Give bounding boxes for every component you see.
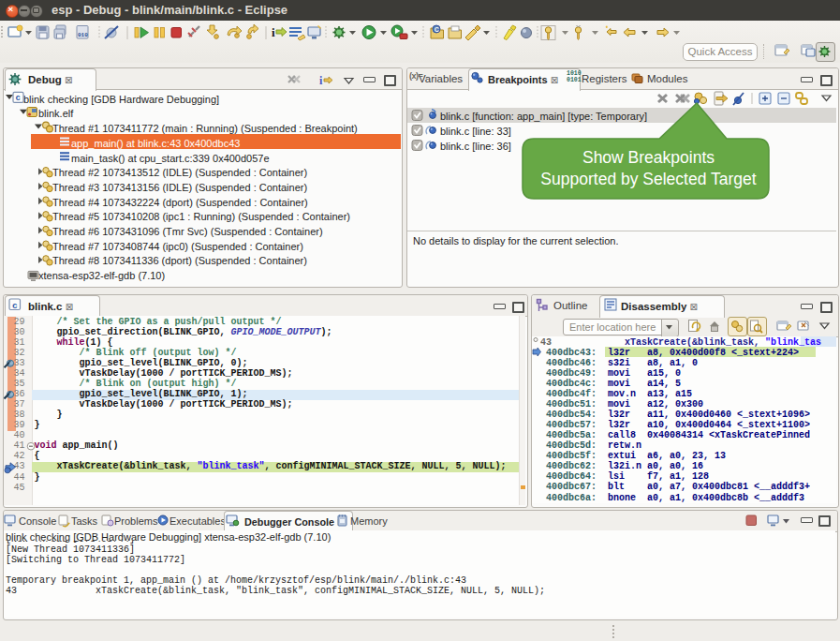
svg-text:i: i	[319, 74, 323, 87]
svg-text:c: c	[12, 301, 18, 311]
svg-text:010: 010	[78, 32, 88, 38]
svg-text:i: i	[272, 25, 275, 39]
svg-text:C: C	[435, 26, 439, 33]
